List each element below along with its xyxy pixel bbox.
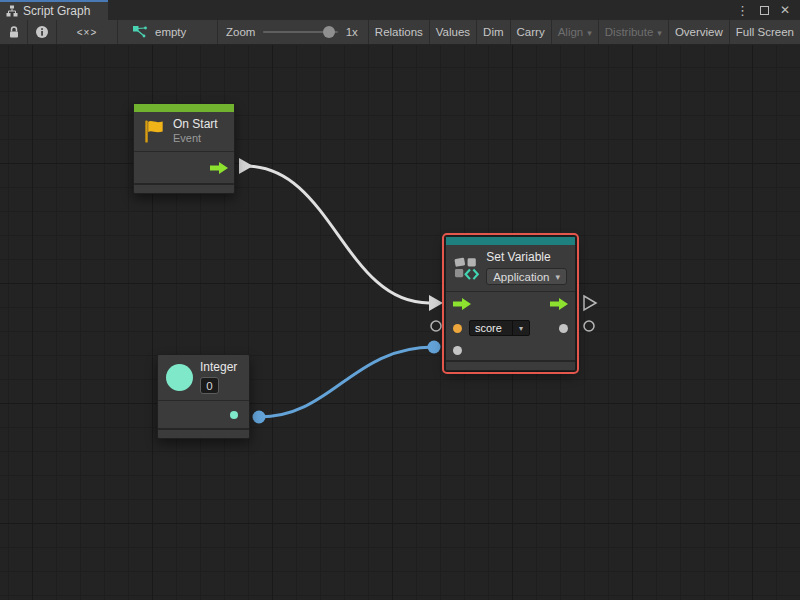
zoom-label: Zoom [226, 26, 255, 38]
variables-icon [454, 255, 479, 281]
graph-hierarchy-icon [6, 5, 18, 17]
carry-button[interactable]: Carry [511, 20, 552, 44]
zoom-slider-handle[interactable] [323, 26, 335, 38]
variable-name-dropdown[interactable]: score ▾ [469, 320, 530, 336]
relations-button[interactable]: Relations [369, 20, 430, 44]
event-color-bar [134, 104, 234, 112]
dropdown-arrow-icon: ▾ [512, 321, 529, 335]
zoom-slider[interactable] [263, 31, 337, 33]
titlebar-spacer [108, 0, 736, 20]
code-toggle-icon: <×> [77, 27, 98, 38]
node-footer [134, 183, 234, 193]
lock-icon [8, 25, 20, 39]
flow-output-arrow-icon[interactable] [550, 298, 568, 310]
align-button[interactable]: Align▾ [552, 20, 599, 44]
node-footer [446, 360, 575, 370]
info-icon [35, 25, 49, 39]
integer-type-icon [166, 364, 193, 391]
title-bar: Script Graph ⋮ ✕ [0, 0, 800, 20]
variable-name-port[interactable] [453, 324, 462, 333]
graph-toolbar: <×> empty Zoom 1x Relations Values Dim C… [0, 20, 800, 45]
caret-down-icon: ▾ [587, 28, 592, 38]
caret-down-icon: ▾ [657, 28, 662, 38]
maximize-icon[interactable] [760, 6, 769, 15]
window-menu-icon[interactable]: ⋮ [736, 4, 749, 17]
value-output-port[interactable] [559, 324, 568, 333]
node-title: On Start [173, 117, 218, 132]
tab-label: Script Graph [23, 4, 90, 18]
integer-value-field[interactable]: 0 [200, 377, 219, 394]
tab-script-graph[interactable]: Script Graph [0, 0, 108, 20]
variable-scope-dropdown[interactable]: Application ▾ [486, 268, 567, 285]
value-input-port[interactable] [453, 346, 462, 355]
zoom-value: 1x [346, 26, 358, 38]
node-integer[interactable]: Integer 0 [157, 354, 250, 439]
caret-down-icon: ▾ [555, 272, 560, 282]
node-footer [158, 428, 249, 438]
flag-icon [142, 118, 166, 145]
overview-button[interactable]: Overview [669, 20, 730, 44]
node-on-start[interactable]: On Start Event [133, 103, 235, 194]
values-button[interactable]: Values [430, 20, 477, 44]
selection-graph-icon [133, 26, 148, 38]
flow-input-arrow-icon[interactable] [453, 298, 471, 310]
full-screen-button[interactable]: Full Screen [730, 20, 800, 44]
graph-canvas[interactable] [0, 45, 800, 600]
distribute-button[interactable]: Distribute▾ [599, 20, 669, 44]
variable-color-bar [446, 237, 575, 245]
flow-output-arrow-icon[interactable] [210, 162, 228, 174]
node-title: Set Variable [486, 250, 567, 265]
integer-output-port[interactable] [230, 411, 238, 419]
close-icon[interactable]: ✕ [780, 4, 790, 16]
window-controls: ⋮ ✕ [736, 0, 800, 20]
node-set-variable[interactable]: Set Variable Application ▾ score ▾ [445, 236, 576, 371]
lock-button[interactable] [0, 20, 28, 44]
zoom-control: Zoom 1x [218, 20, 369, 44]
selection-label: empty [155, 26, 186, 38]
node-title: Integer [200, 360, 237, 375]
dim-button[interactable]: Dim [477, 20, 510, 44]
info-button[interactable] [28, 20, 57, 44]
selection-indicator: empty [118, 20, 218, 44]
code-toggle-button[interactable]: <×> [57, 20, 118, 44]
node-subtitle: Event [173, 132, 218, 145]
